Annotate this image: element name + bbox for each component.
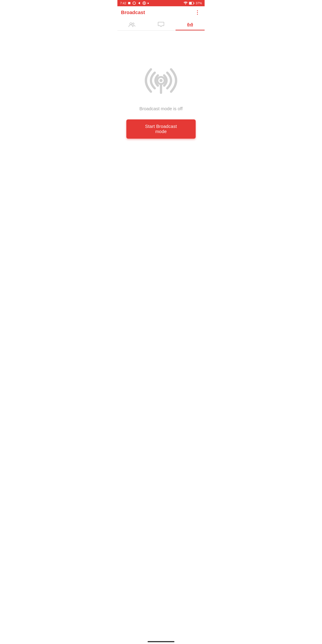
status-left: 7:42	[120, 1, 149, 5]
more-vertical-icon[interactable]	[194, 9, 201, 16]
battery-level: 37%	[196, 1, 202, 5]
status-bar: 7:42 37%	[118, 0, 204, 6]
wifi-icon	[184, 2, 188, 5]
svg-point-16	[160, 79, 162, 82]
battery-icon	[189, 2, 194, 5]
svg-rect-9	[194, 2, 194, 4]
tab-broadcast[interactable]	[176, 19, 204, 30]
svg-rect-10	[189, 2, 192, 4]
app-bar: Broadcast	[118, 6, 204, 19]
start-broadcast-button[interactable]: Start Broadcast mode	[126, 120, 196, 139]
contacts-tab-icon	[128, 22, 135, 27]
broadcast-status-text: Broadcast mode is off	[139, 106, 182, 111]
messages-tab-icon	[158, 22, 164, 28]
svg-point-5	[144, 3, 145, 4]
tab-contacts[interactable]	[118, 19, 146, 30]
circle-icon	[132, 1, 136, 5]
broadcast-tab-icon	[187, 22, 194, 28]
svg-rect-0	[128, 2, 130, 4]
app-title: Broadcast	[121, 10, 145, 16]
tab-messages[interactable]	[146, 19, 176, 30]
target-icon	[142, 1, 146, 5]
status-right: 37%	[184, 1, 202, 5]
status-dot	[148, 3, 149, 4]
back-icon	[137, 1, 141, 5]
media-icon	[128, 1, 131, 5]
time-display: 7:42	[120, 1, 126, 5]
tab-bar	[118, 19, 204, 31]
broadcast-large-icon	[139, 57, 183, 97]
svg-point-12	[132, 23, 134, 24]
main-content: Broadcast mode is off Start Broadcast mo…	[118, 31, 204, 160]
svg-point-11	[130, 23, 132, 25]
svg-point-1	[133, 2, 136, 4]
svg-marker-2	[138, 2, 140, 4]
